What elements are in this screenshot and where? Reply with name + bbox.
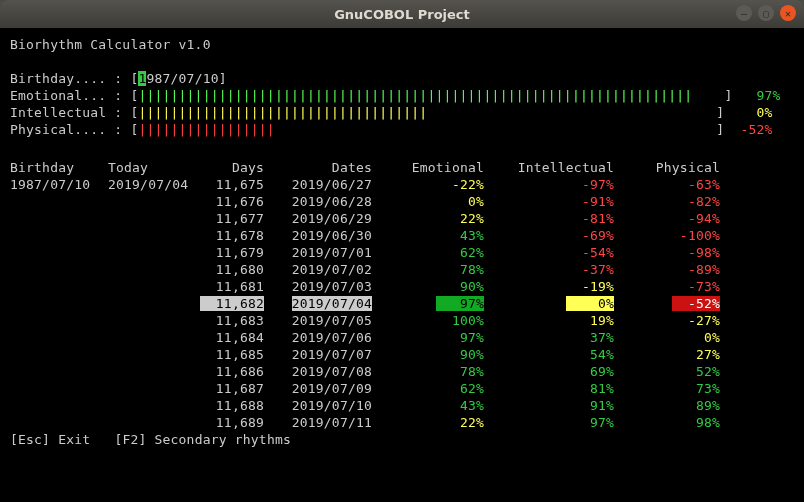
col-dates: Dates	[264, 159, 372, 176]
cell-date: 2019/07/03	[264, 278, 372, 295]
bar-ticks: |||||||||||||||||	[138, 122, 274, 137]
cell-intellectual: -54%	[484, 244, 614, 261]
cell-physical: -89%	[614, 261, 720, 278]
cell-days: 11,675	[196, 176, 264, 193]
cell-days: 11,683	[196, 312, 264, 329]
footer-f2[interactable]: [F2] Secondary rhythms	[114, 432, 291, 447]
cell-physical: -27%	[614, 312, 720, 329]
cell-physical: -73%	[614, 278, 720, 295]
cell-intellectual: 97%	[484, 414, 614, 431]
close-button[interactable]: ✕	[780, 5, 796, 21]
cell-days: 11,678	[196, 227, 264, 244]
cell-emotional: 22%	[372, 414, 484, 431]
bar-label: Emotional... : [	[10, 88, 138, 103]
cell-days: 11,681	[196, 278, 264, 295]
cell-birthday	[10, 346, 108, 363]
col-days: Days	[196, 159, 264, 176]
cell-date: 2019/06/29	[264, 210, 372, 227]
cell-birthday	[10, 329, 108, 346]
cell-physical: -100%	[614, 227, 720, 244]
cell-emotional: 90%	[372, 278, 484, 295]
cell-today	[108, 329, 196, 346]
summary-bar: Physical.... : [||||||||||||||||| ] -52%	[10, 121, 794, 138]
summary-bar: Intellectual : [||||||||||||||||||||||||…	[10, 104, 794, 121]
table-row: 11,687 2019/07/09 62% 81% 73%	[10, 380, 720, 397]
cell-days: 11,676	[196, 193, 264, 210]
col-emotional: Emotional	[372, 159, 484, 176]
cell-intellectual: -19%	[484, 278, 614, 295]
cell-days: 11,684	[196, 329, 264, 346]
bar-pad: ]	[275, 122, 725, 137]
cell-intellectual: 81%	[484, 380, 614, 397]
cell-today	[108, 193, 196, 210]
bar-ticks: ||||||||||||||||||||||||||||||||||||||||…	[138, 88, 692, 103]
cell-emotional: 43%	[372, 227, 484, 244]
cell-birthday	[10, 397, 108, 414]
table-row: 11,685 2019/07/07 90% 54% 27%	[10, 346, 720, 363]
cell-intellectual: 91%	[484, 397, 614, 414]
cell-intellectual: 54%	[484, 346, 614, 363]
cell-days: 11,688	[196, 397, 264, 414]
table-row: 11,678 2019/06/30 43% -69% -100%	[10, 227, 720, 244]
cell-intellectual: 37%	[484, 329, 614, 346]
cell-emotional: 22%	[372, 210, 484, 227]
cell-date: 2019/07/02	[264, 261, 372, 278]
window: GnuCOBOL Project – ▢ ✕ Biorhythm Calcula…	[0, 0, 804, 502]
terminal: Biorhythm Calculator v1.0 Birthday.... :…	[0, 28, 804, 502]
table-row: 11,689 2019/07/11 22% 97% 98%	[10, 414, 720, 431]
maximize-button[interactable]: ▢	[758, 5, 774, 21]
table-row: 11,681 2019/07/03 90% -19% -73%	[10, 278, 720, 295]
cell-today	[108, 295, 196, 312]
footer-esc[interactable]: [Esc] Exit	[10, 432, 90, 447]
minimize-button[interactable]: –	[736, 5, 752, 21]
cell-birthday	[10, 414, 108, 431]
cell-emotional: 43%	[372, 397, 484, 414]
cell-today	[108, 414, 196, 431]
window-buttons: – ▢ ✕	[736, 5, 796, 21]
cell-intellectual: -91%	[484, 193, 614, 210]
cell-date: 2019/06/27	[264, 176, 372, 193]
titlebar: GnuCOBOL Project – ▢ ✕	[0, 0, 804, 28]
footer: [Esc] Exit [F2] Secondary rhythms	[10, 431, 794, 448]
cell-today	[108, 244, 196, 261]
cell-physical: -63%	[614, 176, 720, 193]
cell-emotional: 78%	[372, 363, 484, 380]
table-row: 11,677 2019/06/29 22% -81% -94%	[10, 210, 720, 227]
cell-physical: -94%	[614, 210, 720, 227]
cell-today	[108, 346, 196, 363]
bar-pad: ]	[427, 105, 724, 120]
cell-today	[108, 380, 196, 397]
cell-physical: 89%	[614, 397, 720, 414]
cell-birthday	[10, 193, 108, 210]
cell-birthday: 1987/07/10	[10, 176, 108, 193]
cell-date: 2019/07/05	[264, 312, 372, 329]
cell-emotional: 97%	[372, 329, 484, 346]
cell-birthday	[10, 295, 108, 312]
bar-value-pad	[732, 88, 756, 103]
cell-days: 11,689	[196, 414, 264, 431]
cell-physical: -98%	[614, 244, 720, 261]
cell-emotional: -22%	[372, 176, 484, 193]
bar-value: 97%	[757, 88, 781, 103]
table-header-row: Birthday Today Days Dates Emotional Inte…	[10, 159, 720, 176]
col-intellectual: Intellectual	[484, 159, 614, 176]
cell-days: 11,680	[196, 261, 264, 278]
cell-emotional: 78%	[372, 261, 484, 278]
cell-intellectual: 69%	[484, 363, 614, 380]
cell-physical: -82%	[614, 193, 720, 210]
cell-date: 2019/07/01	[264, 244, 372, 261]
cell-physical: 27%	[614, 346, 720, 363]
app-title: Biorhythm Calculator v1.0	[10, 36, 794, 53]
birthday-input-row[interactable]: Birthday.... : [1987/07/10]	[10, 70, 794, 87]
bar-label: Physical.... : [	[10, 122, 138, 137]
cell-emotional: 0%	[372, 193, 484, 210]
cell-date: 2019/06/28	[264, 193, 372, 210]
cell-date: 2019/07/07	[264, 346, 372, 363]
col-birthday: Birthday	[10, 159, 108, 176]
bar-ticks: ||||||||||||||||||||||||||||||||||||	[138, 105, 427, 120]
cell-today	[108, 312, 196, 329]
cell-date: 2019/06/30	[264, 227, 372, 244]
cell-birthday	[10, 363, 108, 380]
cell-birthday	[10, 380, 108, 397]
cell-birthday	[10, 244, 108, 261]
